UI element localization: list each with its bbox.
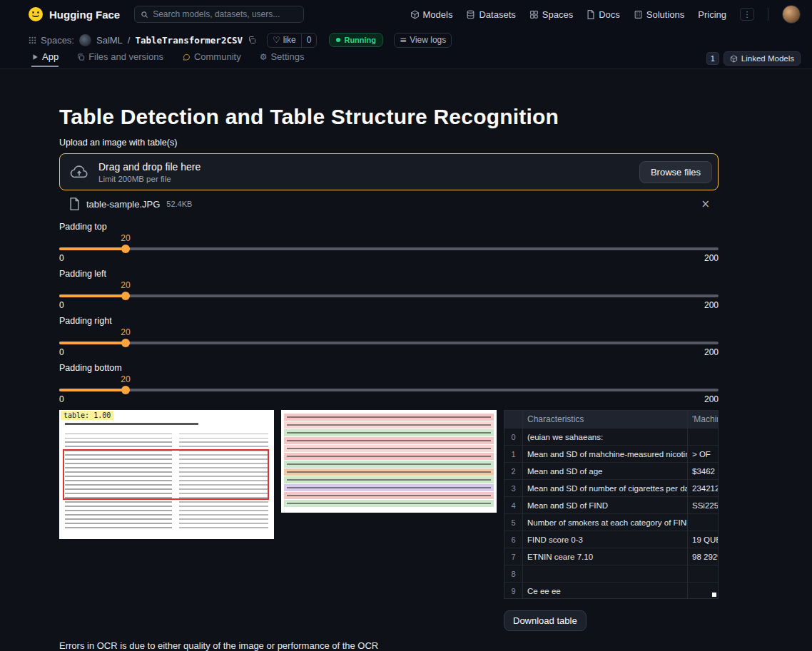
space-owner[interactable]: SalML bbox=[96, 35, 123, 46]
status-label: Running bbox=[344, 36, 376, 44]
page: Hugging Face Models Datasets Spaces Docs bbox=[0, 0, 812, 651]
slider-max: 200 bbox=[704, 394, 719, 404]
table-row[interactable]: 5 Number of smokers at each category of … bbox=[504, 514, 719, 531]
like-button[interactable]: ♡ like bbox=[268, 34, 301, 47]
page-title: Table Detection and Table Structure Reco… bbox=[59, 105, 719, 129]
slider-fill bbox=[59, 342, 126, 344]
slider-label: Padding top bbox=[59, 222, 719, 233]
nav-solutions[interactable]: Solutions bbox=[634, 9, 684, 20]
app-content: Table Detection and Table Structure Reco… bbox=[59, 69, 719, 651]
figure-title-line bbox=[65, 423, 198, 425]
table-row[interactable]: 2 Mean and SD of age $3462 104 bbox=[504, 463, 719, 480]
huggingface-logo-icon bbox=[27, 6, 44, 23]
tab-actions: 1 Linked Models bbox=[706, 51, 801, 66]
space-owner-avatar[interactable] bbox=[79, 34, 91, 46]
status-badge[interactable]: Running bbox=[329, 33, 383, 47]
brand-name: Hugging Face bbox=[49, 9, 120, 21]
like-label: like bbox=[283, 35, 296, 45]
slider-minmax: 0 200 bbox=[59, 347, 719, 357]
table-row[interactable]: 0 (euian we sahaeans: bbox=[504, 429, 719, 446]
structure-stripe bbox=[284, 484, 494, 491]
slider-max: 200 bbox=[704, 347, 719, 357]
tab-app-label: App bbox=[42, 51, 59, 62]
nav-models[interactable]: Models bbox=[410, 9, 453, 20]
table-row[interactable]: 8 bbox=[504, 565, 719, 583]
nav-datasets-label: Datasets bbox=[479, 9, 515, 20]
ocr-dataframe[interactable]: Characteristics 'Machine- 0 (euian we sa… bbox=[504, 410, 719, 599]
results-row: table: 1.00 bbox=[59, 410, 719, 599]
slider-min: 0 bbox=[59, 347, 64, 357]
space-repo-name[interactable]: TableTransformer2CSV bbox=[135, 35, 243, 46]
community-icon bbox=[182, 53, 191, 61]
slider-minmax: 0 200 bbox=[59, 253, 719, 263]
huggingface-logo[interactable]: Hugging Face bbox=[27, 6, 120, 23]
kebab-menu-icon[interactable]: ⋮ bbox=[740, 8, 754, 21]
slider-label: Padding left bbox=[59, 269, 719, 280]
tab-app[interactable]: App bbox=[31, 51, 59, 67]
table-row[interactable]: 4 Mean and SD of FIND SSi225 bbox=[504, 497, 719, 514]
table-row[interactable]: 7 ETNIN ceare 7.10 98 292%) bbox=[504, 548, 719, 565]
slider-label: Padding bottom bbox=[59, 363, 719, 374]
structure-stripe bbox=[284, 445, 494, 452]
tab-community[interactable]: Community bbox=[182, 51, 241, 66]
structure-stripe bbox=[284, 492, 494, 499]
slider-track[interactable] bbox=[59, 342, 719, 344]
space-header: Spaces: SalML / TableTransformer2CSV ♡ l… bbox=[0, 29, 812, 51]
table-row[interactable]: 3 Mean and SD of number of cigarettes pe… bbox=[504, 480, 719, 497]
nav-datasets[interactable]: Datasets bbox=[466, 9, 515, 20]
table-row[interactable]: 1 Mean and SD of mahchine-measured nicot… bbox=[504, 446, 719, 463]
slider-padding-left: Padding left 20 0 200 bbox=[59, 269, 719, 309]
slider-thumb[interactable] bbox=[121, 339, 130, 347]
file-size: 52.4KB bbox=[166, 200, 192, 208]
copy-icon[interactable] bbox=[248, 36, 256, 44]
view-logs-button[interactable]: ≡ View logs bbox=[395, 34, 451, 47]
status-dot-icon bbox=[336, 38, 340, 42]
table-detection-image: table: 1.00 bbox=[59, 410, 274, 539]
tab-settings[interactable]: ⚙ Settings bbox=[260, 51, 305, 66]
slider-track[interactable] bbox=[59, 389, 719, 391]
cube-icon bbox=[730, 55, 738, 63]
structure-stripe bbox=[284, 468, 494, 476]
tab-files-and-versions[interactable]: Files and versions bbox=[77, 51, 163, 66]
global-search[interactable] bbox=[134, 6, 304, 23]
uploaded-file-row: table-sample.JPG 52.4KB × bbox=[59, 196, 719, 212]
heart-icon: ♡ bbox=[273, 35, 280, 45]
slider-thumb[interactable] bbox=[121, 386, 130, 394]
slider-track[interactable] bbox=[59, 294, 719, 297]
remove-file-icon[interactable]: × bbox=[701, 198, 710, 210]
slider-fill bbox=[59, 389, 126, 391]
table-row[interactable]: 6 FIND score 0-3 19 QUB% bbox=[504, 531, 719, 548]
like-count[interactable]: 0 bbox=[301, 34, 317, 47]
col-header-machine[interactable]: 'Machine- bbox=[688, 414, 719, 424]
slider-thumb[interactable] bbox=[121, 292, 130, 300]
spaces-section[interactable]: Spaces: bbox=[29, 35, 74, 46]
slider-value: 20 bbox=[121, 280, 130, 290]
table-row[interactable]: 9 Ce ee ee bbox=[504, 583, 719, 599]
nav-spaces[interactable]: Spaces bbox=[529, 9, 573, 20]
file-name: table-sample.JPG bbox=[86, 199, 160, 210]
slider-thumb[interactable] bbox=[121, 245, 130, 253]
file-icon bbox=[69, 198, 80, 210]
col-header-characteristics[interactable]: Characteristics bbox=[523, 411, 688, 428]
drop-text: Drag and drop file here bbox=[98, 161, 201, 173]
search-input[interactable] bbox=[153, 9, 298, 19]
slider-minmax: 0 200 bbox=[59, 394, 719, 404]
user-avatar[interactable] bbox=[782, 5, 801, 24]
nav-docs[interactable]: Docs bbox=[587, 9, 620, 20]
grid-dots-icon bbox=[29, 36, 36, 44]
nav-pricing[interactable]: Pricing bbox=[698, 9, 726, 20]
download-table-button[interactable]: Download table bbox=[504, 610, 587, 631]
browse-files-button[interactable]: Browse files bbox=[639, 161, 712, 183]
slider-max: 200 bbox=[704, 253, 719, 263]
file-uploader-dropzone[interactable]: Drag and drop file here Limit 200MB per … bbox=[59, 153, 719, 190]
slider-track[interactable] bbox=[59, 247, 719, 250]
dataframe-resize-handle[interactable] bbox=[712, 593, 716, 597]
linked-models-button[interactable]: Linked Models bbox=[724, 51, 801, 66]
padding-sliders: Padding top 20 0 200 Paddin bbox=[59, 222, 719, 403]
linked-models-count[interactable]: 1 bbox=[706, 52, 719, 65]
table-structure-image bbox=[281, 410, 497, 513]
linked-models-label: Linked Models bbox=[741, 54, 794, 63]
top-navbar: Hugging Face Models Datasets Spaces Docs bbox=[0, 0, 812, 29]
slider-area: 20 0 200 bbox=[59, 233, 719, 262]
slider-fill bbox=[59, 247, 126, 250]
